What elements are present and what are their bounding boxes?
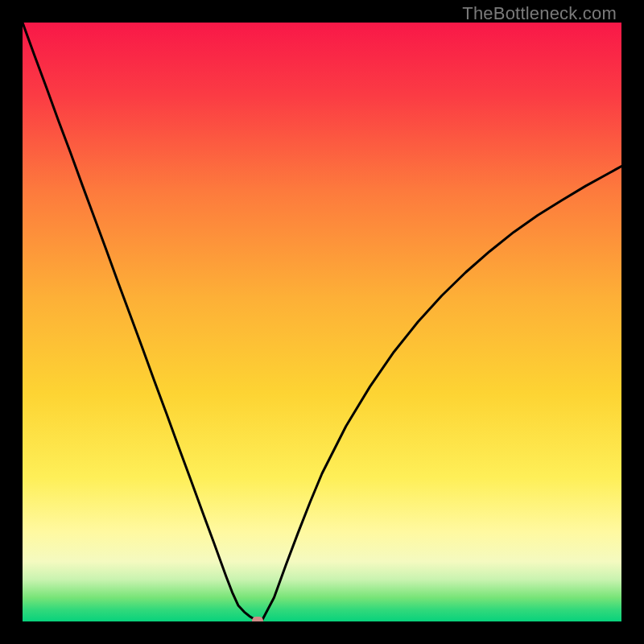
selected-point-marker — [252, 617, 263, 622]
bottleneck-curve — [23, 23, 621, 621]
chart-frame — [23, 23, 621, 621]
watermark-text: TheBottleneck.com — [462, 3, 617, 24]
